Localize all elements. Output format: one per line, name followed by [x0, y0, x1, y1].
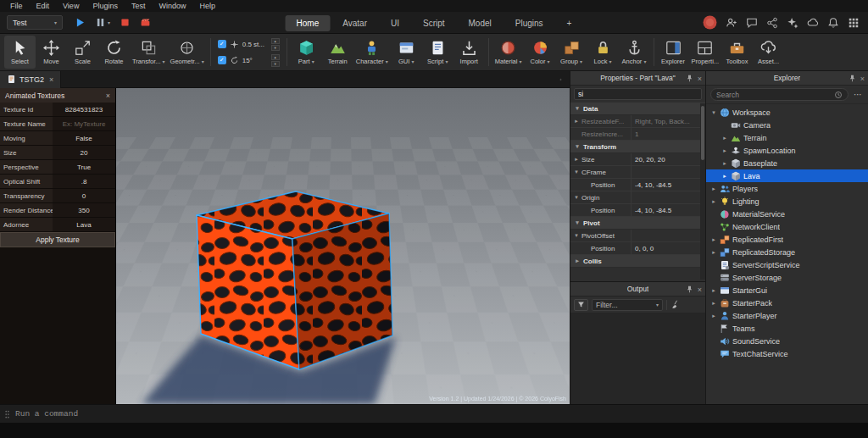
- explorer-node-replicatedfirst[interactable]: ▸ReplicatedFirst: [706, 233, 868, 246]
- ribbon-gui-button[interactable]: GUI ▾: [391, 36, 422, 69]
- explorer-node-teams[interactable]: Teams: [706, 322, 868, 335]
- close-icon[interactable]: ×: [106, 91, 110, 100]
- scrollbar-thumb[interactable]: [701, 106, 704, 160]
- chevron-right-icon[interactable]: ▸: [710, 287, 717, 294]
- explorer-node-workspace[interactable]: ▾Workspace: [706, 106, 868, 119]
- plugin-input-adornee[interactable]: Lava: [53, 218, 115, 231]
- tab-x[interactable]: +: [556, 15, 583, 31]
- menu-edit[interactable]: Edit: [30, 0, 57, 12]
- prop-section-transform[interactable]: ▾Transform: [570, 141, 705, 153]
- feedback-button[interactable]: [746, 17, 758, 29]
- prop-value[interactable]: -4, 10, -84.5: [632, 204, 705, 216]
- menu-file[interactable]: File: [3, 0, 30, 12]
- avatar-button[interactable]: [703, 15, 717, 30]
- command-bar[interactable]: [0, 404, 868, 423]
- prop-row-position[interactable]: Position-4, 10, -84.5: [570, 204, 705, 217]
- pin-icon[interactable]: [686, 75, 693, 82]
- explorer-node-networkclient[interactable]: NetworkClient: [706, 220, 868, 233]
- ribbon-anchor-button[interactable]: Anchor ▾: [619, 36, 650, 69]
- filter-funnel-button[interactable]: [574, 299, 588, 311]
- ribbon-color-button[interactable]: Color ▾: [525, 36, 556, 69]
- prop-row-resizeablef[interactable]: ▸ResizeableF...Right, Top, Back...: [570, 115, 705, 128]
- ribbon-geometr-button[interactable]: Geometr... ▾: [168, 36, 207, 69]
- close-icon[interactable]: ×: [698, 75, 702, 83]
- chevron-right-icon[interactable]: ▸: [721, 173, 728, 180]
- prop-row-size[interactable]: ▸Size20, 20, 20: [570, 153, 705, 166]
- tab-model[interactable]: Model: [458, 15, 503, 31]
- apps-button[interactable]: [848, 17, 860, 29]
- prop-row-position[interactable]: Position0, 0, 0: [570, 242, 705, 255]
- chevron-right-icon[interactable]: ▸: [710, 186, 717, 192]
- chevron-right-icon[interactable]: ▸: [710, 198, 717, 205]
- properties-header[interactable]: Properties - Part "Lava" ×: [570, 71, 705, 86]
- grip-handle-icon[interactable]: [4, 408, 10, 420]
- gear-icon[interactable]: [559, 75, 570, 85]
- close-icon[interactable]: ×: [698, 286, 702, 294]
- menu-plugins[interactable]: Plugins: [86, 0, 125, 12]
- ribbon-import-button[interactable]: Import: [453, 36, 485, 69]
- explorer-node-replicatedstorage[interactable]: ▸ReplicatedStorage: [706, 246, 868, 258]
- chevron-right-icon[interactable]: ▸: [710, 236, 717, 243]
- ribbon-character-button[interactable]: Character ▾: [353, 36, 391, 69]
- invite-button[interactable]: [726, 17, 737, 29]
- prop-value[interactable]: [632, 230, 705, 241]
- play-button[interactable]: [75, 17, 86, 28]
- prop-section-pivot[interactable]: ▾Pivot: [570, 217, 705, 230]
- explorer-more-button[interactable]: ⋯: [852, 90, 864, 99]
- prop-value[interactable]: -4, 10, -84.5: [632, 179, 705, 191]
- explorer-node-lava[interactable]: ▸Lava: [706, 169, 868, 182]
- ribbon-properti-button[interactable]: Properti...: [689, 36, 722, 69]
- plugin-input-perspective[interactable]: True: [53, 160, 115, 174]
- cloud-button[interactable]: [807, 17, 819, 29]
- ribbon-explorer-button[interactable]: Explorer: [658, 36, 689, 69]
- chevron-right-icon[interactable]: ▸: [721, 160, 728, 167]
- tab-avatar[interactable]: Avatar: [331, 15, 378, 31]
- ribbon-lock-button[interactable]: Lock ▾: [587, 36, 619, 69]
- doc-tab-tstg2[interactable]: TSTG2×: [0, 71, 61, 88]
- prop-value[interactable]: 1: [632, 128, 705, 140]
- ribbon-terrain-button[interactable]: Terrain: [322, 36, 353, 69]
- assistant-button[interactable]: [787, 17, 798, 29]
- search-history-icon[interactable]: [834, 91, 843, 99]
- plugin-input-transparency[interactable]: 0: [53, 189, 115, 202]
- snap-value[interactable]: 0.5 st...: [242, 41, 268, 48]
- chevron-right-icon[interactable]: ▸: [710, 249, 717, 256]
- explorer-node-serverstorage[interactable]: ServerStorage: [706, 271, 868, 284]
- ribbon-asset-button[interactable]: Asset...: [753, 36, 784, 69]
- command-bar-input[interactable]: [15, 409, 864, 419]
- explorer-node-textchatservice[interactable]: TextChatService: [706, 347, 868, 360]
- chevron-right-icon[interactable]: ▸: [721, 135, 728, 141]
- pin-icon[interactable]: [686, 286, 693, 293]
- explorer-node-lighting[interactable]: ▸Lighting: [706, 195, 868, 208]
- explorer-node-materialservice[interactable]: MaterialService: [706, 208, 868, 220]
- ribbon-toolbox-button[interactable]: Toolbox: [721, 36, 753, 69]
- ribbon-script-button[interactable]: Script ▾: [422, 36, 453, 69]
- output-header[interactable]: Output ×: [570, 282, 705, 297]
- menu-test[interactable]: Test: [125, 0, 153, 12]
- explorer-node-starterplayer[interactable]: ▸StarterPlayer: [706, 309, 868, 322]
- ribbon-move-button[interactable]: Move: [36, 36, 67, 69]
- explorer-node-soundservice[interactable]: SoundService: [706, 335, 868, 347]
- notifications-button[interactable]: [827, 17, 839, 29]
- plugin-input-moving[interactable]: False: [53, 131, 115, 145]
- menu-view[interactable]: View: [56, 0, 86, 12]
- prop-row-pivotoffset[interactable]: ▾PivotOffset: [570, 230, 705, 242]
- prop-row-resizeincre[interactable]: ResizeIncre...1: [570, 128, 705, 141]
- prop-value[interactable]: 20, 20, 20: [632, 153, 705, 165]
- plugin-input-render-distance[interactable]: 350: [53, 203, 115, 217]
- share-button[interactable]: [766, 17, 778, 29]
- plugin-input-size[interactable]: 20: [53, 146, 115, 159]
- menu-help[interactable]: Help: [192, 0, 222, 12]
- explorer-search-input[interactable]: [716, 91, 832, 99]
- ribbon-select-button[interactable]: Select: [4, 36, 36, 69]
- checkbox-checked-icon[interactable]: ✓: [218, 56, 226, 64]
- ribbon-transfor-button[interactable]: Transfor... ▾: [130, 36, 168, 69]
- clear-output-icon[interactable]: [670, 300, 681, 310]
- ribbon-group-button[interactable]: Group ▾: [556, 36, 587, 69]
- snap-stepper[interactable]: ▴▾: [271, 54, 280, 67]
- snap-value[interactable]: 15°: [242, 57, 268, 64]
- chevron-right-icon[interactable]: ▸: [710, 313, 717, 319]
- stop-button[interactable]: [120, 17, 131, 28]
- explorer-node-camera[interactable]: Camera: [706, 119, 868, 131]
- place-select[interactable]: Test ▾: [7, 15, 63, 30]
